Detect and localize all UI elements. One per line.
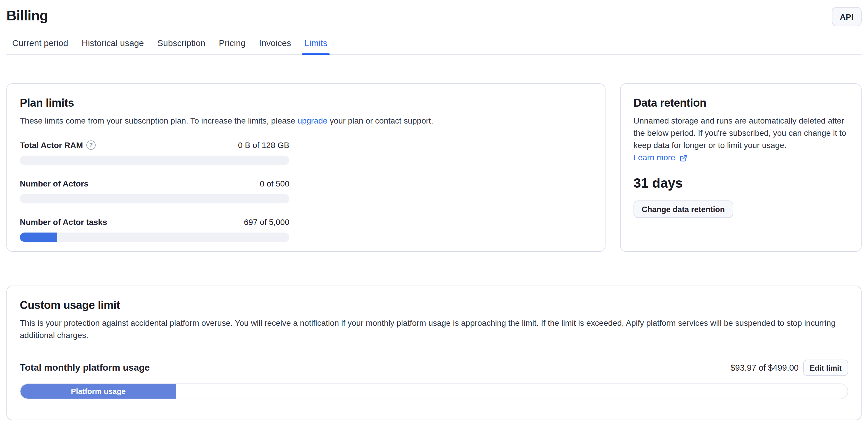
tab-current-period[interactable]: Current period: [10, 38, 70, 54]
limit-label: Total Actor RAM: [20, 139, 83, 151]
plan-limits-description-suffix: your plan or contact support.: [328, 116, 433, 125]
main-content: Plan limits These limits come from your …: [0, 84, 868, 420]
data-retention-card: Data retention Unnamed storage and runs …: [620, 84, 862, 252]
usage-label: Total monthly platform usage: [20, 363, 150, 373]
usage-segment-label: Platform usage: [71, 387, 126, 396]
data-retention-title: Data retention: [633, 97, 848, 109]
limit-row-total-actor-ram: Total Actor RAM ? 0 B of 128 GB: [20, 139, 289, 165]
upgrade-link[interactable]: upgrade: [298, 116, 328, 125]
edit-limit-button[interactable]: Edit limit: [803, 360, 848, 376]
progress-track: [20, 194, 289, 203]
page-header: Billing API: [0, 0, 868, 26]
limit-value: 697 of 5,000: [244, 216, 289, 228]
limit-label: Number of Actors: [20, 178, 88, 190]
tab-subscription[interactable]: Subscription: [155, 38, 208, 54]
plan-limits-title: Plan limits: [20, 97, 592, 109]
billing-page: Billing API Current period Historical us…: [0, 0, 868, 433]
help-icon[interactable]: ?: [86, 140, 96, 150]
limit-row-number-of-actor-tasks: Number of Actor tasks 697 of 5,000: [20, 216, 289, 242]
usage-progress-track: Platform usage: [20, 384, 848, 399]
learn-more-link[interactable]: Learn more: [633, 152, 687, 164]
limit-row-number-of-actors: Number of Actors 0 of 500: [20, 178, 289, 203]
plan-limits-list: Total Actor RAM ? 0 B of 128 GB Nu: [20, 139, 289, 242]
tab-invoices[interactable]: Invoices: [257, 38, 293, 54]
progress-fill: [20, 233, 58, 242]
limit-label: Number of Actor tasks: [20, 216, 107, 228]
plan-limits-description: These limits come from your subscription…: [20, 115, 592, 127]
progress-track: [20, 156, 289, 165]
api-button[interactable]: API: [832, 7, 862, 26]
limit-value: 0 B of 128 GB: [238, 139, 289, 151]
usage-summary-row: Total monthly platform usage $93.97 of $…: [20, 360, 848, 376]
change-data-retention-button[interactable]: Change data retention: [633, 200, 733, 218]
progress-track: [20, 233, 289, 242]
tab-pricing[interactable]: Pricing: [216, 38, 248, 54]
custom-usage-limit-title: Custom usage limit: [20, 299, 848, 312]
billing-tabs: Current period Historical usage Subscrip…: [6, 38, 862, 55]
custom-usage-limit-description: This is your protection against accident…: [20, 317, 848, 341]
learn-more-label: Learn more: [633, 152, 675, 164]
external-link-icon: [679, 154, 687, 162]
usage-value: $93.97 of $499.00: [730, 363, 799, 372]
plan-limits-description-prefix: These limits come from your subscription…: [20, 116, 298, 125]
usage-progress-fill: Platform usage: [21, 384, 176, 399]
tab-limits[interactable]: Limits: [302, 38, 330, 54]
page-title: Billing: [6, 8, 48, 24]
top-cards-row: Plan limits These limits come from your …: [6, 84, 862, 252]
custom-usage-limit-card: Custom usage limit This is your protecti…: [6, 286, 862, 420]
limit-value: 0 of 500: [260, 178, 289, 190]
plan-limits-card: Plan limits These limits come from your …: [6, 84, 606, 252]
retention-period-value: 31 days: [633, 175, 848, 191]
data-retention-description: Unnamed storage and runs are automatical…: [633, 115, 848, 152]
tab-historical-usage[interactable]: Historical usage: [79, 38, 146, 54]
